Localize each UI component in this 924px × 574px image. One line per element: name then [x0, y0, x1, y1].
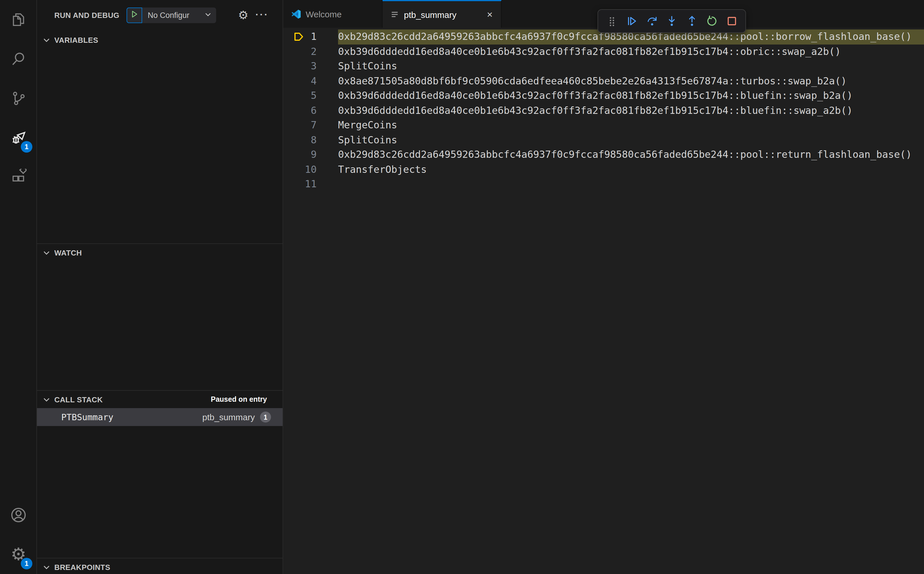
gutter-spacer [317, 177, 338, 192]
step-into-button[interactable] [663, 13, 680, 30]
views-more-actions-button[interactable]: ··· [255, 0, 269, 30]
code-line[interactable]: 60xb39d6dddedd16ed8a40ce0b1e6b43c92acf0f… [283, 103, 924, 118]
code-text: SplitCoins [338, 132, 924, 147]
breakpoint-gutter[interactable] [283, 44, 304, 59]
sidebar-item-extensions[interactable] [0, 157, 37, 197]
restart-button[interactable] [703, 13, 720, 30]
variables-header[interactable]: VARIABLES [37, 31, 283, 49]
code-line[interactable]: 10TransferObjects [283, 162, 924, 177]
toolbar-gripper[interactable] [603, 13, 621, 30]
breakpoint-gutter[interactable] [283, 162, 304, 177]
step-over-button[interactable] [643, 13, 661, 30]
stack-frame-meta: ptb_summary 1 [202, 412, 271, 423]
tab-label: ptb_summary [404, 9, 456, 19]
line-number: 11 [304, 177, 317, 192]
gutter-spacer [317, 74, 338, 88]
step-into-icon [666, 16, 677, 27]
list-file-icon [390, 10, 399, 19]
watch-title: WATCH [54, 248, 82, 257]
line-number: 4 [304, 74, 317, 88]
editor-area: Welcome ptb_summary ✕ 10xb29d83c26cdd2a6… [283, 0, 924, 574]
code-line[interactable]: 40x8ae871505a80d8bf6bf9c05906cda6edfeea4… [283, 74, 924, 88]
debug-configuration-dropdown[interactable]: No Configur [142, 7, 216, 23]
variables-pane: VARIABLES [37, 31, 283, 49]
code-line[interactable]: 7MergeCoins [283, 118, 924, 132]
settings-button[interactable]: ⚙ 1 [0, 535, 37, 574]
breakpoint-gutter[interactable] [283, 59, 304, 74]
step-over-icon [646, 16, 657, 27]
gutter-spacer [317, 88, 338, 103]
stack-frame-name: PTBSummary [61, 412, 113, 422]
debug-configuration-label: No Configur [148, 11, 204, 19]
breakpoint-gutter[interactable] [283, 177, 304, 192]
breakpoints-header[interactable]: BREAKPOINTS [37, 558, 283, 574]
gutter-spacer [317, 44, 338, 59]
gutter-spacer [317, 59, 338, 74]
code-text: 0xb39d6dddedd16ed8a40ce0b1e6b43c92acf0ff… [338, 44, 924, 59]
line-number: 10 [304, 162, 317, 177]
close-icon[interactable]: ✕ [480, 10, 493, 19]
pause-reason-status: Paused on entry [211, 395, 267, 404]
code-line[interactable]: 11 [283, 177, 924, 192]
sidebar-title: RUN AND DEBUG [54, 11, 119, 19]
stop-button[interactable] [723, 13, 740, 30]
run-control: No Configur [126, 7, 216, 23]
tab-welcome[interactable]: Welcome [283, 0, 383, 28]
start-debugging-button[interactable] [126, 7, 142, 23]
settings-badge: 1 [21, 558, 32, 569]
continue-button[interactable] [623, 13, 641, 30]
tab-label: Welcome [306, 9, 342, 19]
gear-icon: ⚙ [238, 8, 249, 22]
chevron-down-icon [43, 563, 50, 571]
gutter-spacer [317, 30, 338, 44]
code-line[interactable]: 90xb29d83c26cdd2a64959263abbcfc4a6937f0c… [283, 147, 924, 162]
call-stack-title: CALL STACK [54, 395, 103, 404]
sidebar-item-explorer[interactable] [0, 0, 37, 39]
extensions-icon [10, 169, 27, 185]
code-line[interactable]: 3SplitCoins [283, 59, 924, 74]
play-icon [130, 10, 138, 20]
gutter-spacer [317, 103, 338, 118]
sidebar-item-search[interactable] [0, 39, 37, 79]
continue-icon [626, 16, 638, 27]
breakpoint-gutter[interactable] [283, 103, 304, 118]
line-number: 1 [304, 30, 317, 44]
step-out-icon [686, 16, 697, 27]
account-button[interactable] [0, 495, 37, 535]
step-out-button[interactable] [683, 13, 700, 30]
chevron-down-icon [43, 36, 50, 44]
tab-ptb-summary[interactable]: ptb_summary ✕ [383, 0, 502, 28]
chevron-down-icon [43, 249, 50, 256]
breakpoint-gutter[interactable] [283, 147, 304, 162]
breakpoint-gutter[interactable] [283, 88, 304, 103]
breakpoint-gutter[interactable] [283, 118, 304, 132]
gutter-spacer [317, 118, 338, 132]
code-text: MergeCoins [338, 118, 924, 132]
chevron-down-icon [204, 11, 211, 19]
current-line-arrow-icon [283, 30, 304, 44]
line-number: 5 [304, 88, 317, 103]
call-stack-frame-row[interactable]: PTBSummary ptb_summary 1 [37, 408, 283, 426]
watch-header[interactable]: WATCH [37, 244, 283, 261]
gutter-spacer [317, 147, 338, 162]
vscode-window: 1 [0, 0, 924, 574]
sidebar-item-run-and-debug[interactable]: 1 [0, 118, 37, 157]
sidebar-item-source-control[interactable] [0, 79, 37, 118]
restart-icon [706, 16, 717, 27]
code-line[interactable]: 50xb39d6dddedd16ed8a40ce0b1e6b43c92acf0f… [283, 88, 924, 103]
breakpoints-pane: BREAKPOINTS [37, 558, 283, 574]
breakpoint-gutter[interactable] [283, 74, 304, 88]
gutter-spacer [317, 162, 338, 177]
stack-frame-source: ptb_summary [202, 412, 255, 422]
line-number: 7 [304, 118, 317, 132]
code-line[interactable]: 8SplitCoins [283, 132, 924, 147]
debug-settings-button[interactable]: ⚙ [238, 0, 249, 30]
code-line[interactable]: 20xb39d6dddedd16ed8a40ce0b1e6b43c92acf0f… [283, 44, 924, 59]
activity-bar: 1 [0, 0, 37, 574]
variables-title: VARIABLES [54, 36, 98, 44]
gutter-spacer [317, 132, 338, 147]
source-control-icon [10, 90, 27, 106]
call-stack-header[interactable]: CALL STACK Paused on entry [37, 391, 283, 408]
breakpoint-gutter[interactable] [283, 132, 304, 147]
gripper-icon [607, 16, 617, 26]
